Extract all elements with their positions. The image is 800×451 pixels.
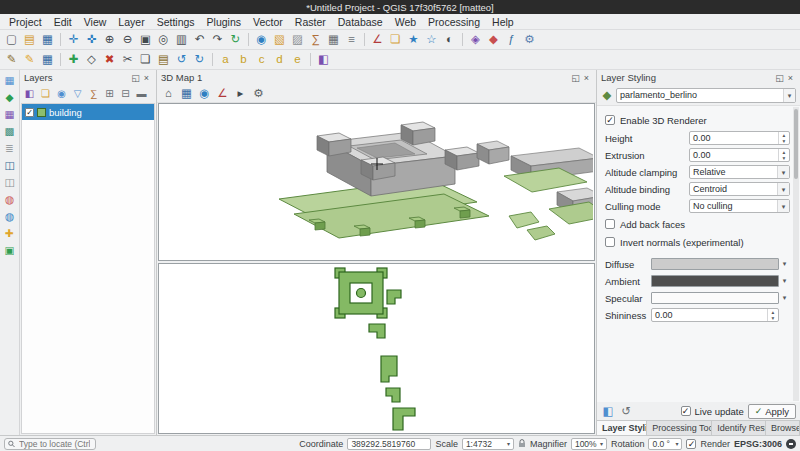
filter-expression-icon[interactable]: ∑: [86, 86, 101, 101]
spinner-arrows[interactable]: ▴▾: [778, 132, 789, 144]
shininess-spinbox[interactable]: 0.00 ▴▾: [651, 308, 779, 322]
new-project-icon[interactable]: ▢: [3, 31, 20, 48]
close-icon[interactable]: ×: [141, 73, 152, 83]
layer-visibility-checkbox[interactable]: ✓: [25, 108, 34, 117]
close-icon[interactable]: ×: [785, 73, 796, 83]
add-xyz-icon[interactable]: ◍: [2, 209, 18, 224]
tab-processing-toolbox[interactable]: Processing Toolbox: [647, 421, 712, 435]
measure-icon[interactable]: ∠: [369, 31, 386, 48]
camera-home-icon[interactable]: ⌂: [160, 85, 177, 102]
pan-to-selection-icon[interactable]: ✜: [83, 31, 100, 48]
label-move-icon[interactable]: c: [253, 51, 270, 68]
vertex-tool-icon[interactable]: ◇: [83, 51, 100, 68]
scrollbar[interactable]: [793, 107, 799, 401]
map-canvas[interactable]: [158, 263, 595, 434]
specular-color-button[interactable]: [651, 292, 779, 304]
coordinate-field[interactable]: 389292.5819760: [347, 438, 431, 450]
crs-badge[interactable]: EPSG:3006: [734, 439, 782, 449]
magnifier-spinbox[interactable]: 100% ▾: [571, 438, 607, 450]
add-mesh-layer-icon[interactable]: ▩: [2, 124, 18, 139]
select-by-expression-icon[interactable]: ∑: [307, 31, 324, 48]
menu-item-project[interactable]: Project: [3, 15, 48, 29]
pan-map-icon[interactable]: ✛: [65, 31, 82, 48]
zoom-in-icon[interactable]: ⊕: [101, 31, 118, 48]
toggle-editing-icon[interactable]: ✎: [21, 51, 38, 68]
add-postgis-icon[interactable]: ◫: [2, 158, 18, 173]
save-layer-edits-icon[interactable]: ▦: [39, 51, 56, 68]
menu-item-settings[interactable]: Settings: [151, 15, 201, 29]
spin-down-icon[interactable]: ▾: [779, 138, 789, 144]
show-bookmarks-icon[interactable]: ☆: [423, 31, 440, 48]
dock-icon[interactable]: ◱: [130, 73, 141, 83]
lock-scale-icon[interactable]: [518, 439, 526, 448]
layer-labeling-icon[interactable]: a: [217, 51, 234, 68]
checkbox-icon[interactable]: [605, 115, 615, 125]
new-bookmark-icon[interactable]: ★: [405, 31, 422, 48]
identify-features-icon[interactable]: ◉: [253, 31, 270, 48]
add-spatialite-icon[interactable]: ◫: [2, 175, 18, 190]
refresh-map-icon[interactable]: ↻: [227, 31, 244, 48]
spinner-arrows[interactable]: ▴▾: [778, 149, 789, 161]
rotation-spinbox[interactable]: 0.0 ° ▾: [648, 438, 682, 450]
cut-features-icon[interactable]: ✂: [119, 51, 136, 68]
select-features-icon[interactable]: ▧: [271, 31, 288, 48]
menu-item-help[interactable]: Help: [486, 15, 520, 29]
menu-item-vector[interactable]: Vector: [247, 15, 289, 29]
add-feature-icon[interactable]: ✚: [65, 51, 82, 68]
menu-item-view[interactable]: View: [78, 15, 113, 29]
zoom-to-selection-icon[interactable]: ◎: [155, 31, 172, 48]
checkbox-icon[interactable]: [605, 237, 615, 247]
save-image-icon[interactable]: ▦: [178, 85, 195, 102]
tab-browser[interactable]: Browser: [766, 421, 800, 435]
chevron-down-icon[interactable]: ▾: [779, 294, 790, 302]
processing-toolbox-icon[interactable]: ⚙: [521, 31, 538, 48]
scale-select[interactable]: 1:4732 ▾: [462, 438, 514, 450]
new-shapefile-icon[interactable]: ✚: [2, 226, 18, 241]
open-layer-styling-icon[interactable]: ◧: [22, 86, 37, 101]
map-tips-icon[interactable]: ❏: [387, 31, 404, 48]
zoom-out-icon[interactable]: ⊖: [119, 31, 136, 48]
add-wms-icon[interactable]: ◍: [2, 192, 18, 207]
paste-features-icon[interactable]: ▤: [155, 51, 172, 68]
extrusion-spinbox[interactable]: 0.00 ▴▾: [689, 148, 790, 162]
menu-item-layer[interactable]: Layer: [112, 15, 150, 29]
add-back-faces-checkbox[interactable]: Add back faces: [605, 216, 790, 232]
menu-item-database[interactable]: Database: [332, 15, 389, 29]
spin-down-icon[interactable]: ▾: [768, 315, 778, 321]
redo-icon[interactable]: ↻: [191, 51, 208, 68]
styling-layer-select[interactable]: parlamento_berlino ▾: [616, 88, 796, 103]
spin-down-icon[interactable]: ▾: [779, 155, 789, 161]
menu-item-web[interactable]: Web: [389, 15, 422, 29]
scrollbar-thumb[interactable]: [794, 109, 798, 179]
expand-all-icon[interactable]: ⊞: [102, 86, 117, 101]
height-spinbox[interactable]: 0.00 ▴▾: [689, 131, 790, 145]
remove-layer-icon[interactable]: ▬: [134, 86, 149, 101]
culling-mode-select[interactable]: No culling ▾: [689, 199, 790, 213]
undo-icon[interactable]: ↺: [173, 51, 190, 68]
save-project-icon[interactable]: ▦: [39, 31, 56, 48]
new-3d-map-icon[interactable]: ◈: [467, 31, 484, 48]
delete-selected-icon[interactable]: ✖: [101, 51, 118, 68]
chevron-down-icon[interactable]: ▾: [779, 260, 790, 268]
field-calculator-icon[interactable]: ≡: [343, 31, 360, 48]
label-pin-icon[interactable]: d: [271, 51, 288, 68]
tab-identify-results[interactable]: Identify Results: [712, 421, 766, 435]
tab-layer-styling[interactable]: Layer Styling: [597, 421, 647, 435]
new-geopackage-icon[interactable]: ▣: [2, 243, 18, 258]
identify-3d-icon[interactable]: ◉: [196, 85, 213, 102]
checkbox-icon[interactable]: [605, 219, 615, 229]
locate-input[interactable]: [17, 438, 92, 450]
label-single-icon[interactable]: b: [235, 51, 252, 68]
copy-features-icon[interactable]: ❏: [137, 51, 154, 68]
menu-item-edit[interactable]: Edit: [48, 15, 78, 29]
locate-search[interactable]: [4, 438, 96, 450]
add-raster-layer-icon[interactable]: ▦: [2, 107, 18, 122]
messages-icon[interactable]: [786, 439, 796, 449]
live-update-checkbox[interactable]: [681, 406, 691, 416]
collapse-all-icon[interactable]: ⊟: [118, 86, 133, 101]
spinner-arrows[interactable]: ▴▾: [767, 309, 778, 321]
history-icon[interactable]: ↺: [619, 403, 633, 420]
chevron-down-icon[interactable]: ▾: [779, 277, 790, 285]
render-checkbox[interactable]: [686, 439, 696, 449]
layer-styling-panel-icon[interactable]: ◧: [315, 51, 332, 68]
